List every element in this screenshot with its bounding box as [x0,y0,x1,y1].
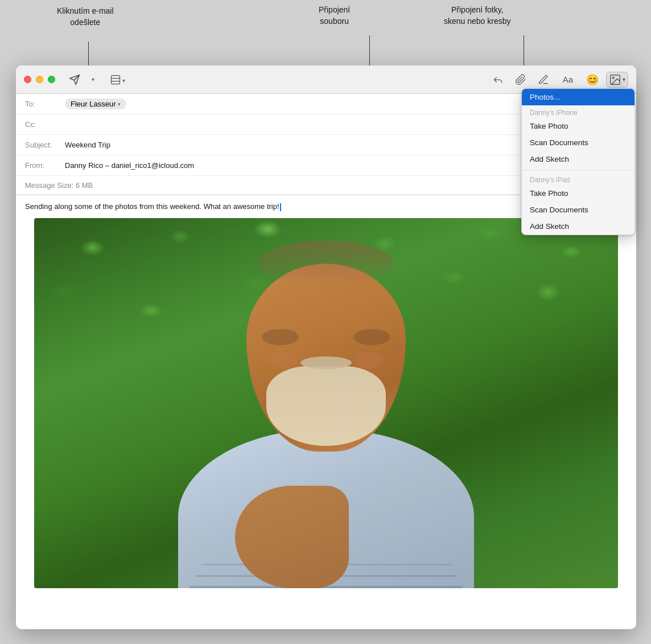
photo-attachment [34,218,618,588]
hair-shadow [258,241,394,286]
send-dropdown-button[interactable]: ▾ [88,72,98,88]
reply-button[interactable] [489,72,507,88]
from-value: Danny Rico – daniel_rico1@icloud.com [65,161,194,170]
recipient-chevron-icon: ▾ [118,101,121,107]
format-button[interactable]: ▾ [104,72,131,88]
menu-section-ipad: Danny's iPad [522,173,634,185]
menu-item-scan-docs-ipad[interactable]: Scan Documents [522,202,634,218]
to-label: To: [25,100,65,108]
dropdown-menu: Photos... Danny's iPhone Take Photo Scan… [521,88,635,235]
beard [266,366,386,446]
annotation-line-file [369,35,370,66]
traffic-lights [24,76,55,83]
compose-body[interactable]: Sending along some of the photos from th… [16,195,636,595]
left-cheek [269,352,298,369]
subject-label: Subject: [25,141,65,149]
insert-photo-button[interactable]: ▾ [606,72,628,88]
maximize-button[interactable] [48,76,55,83]
annotation-file: Připojení souboru [319,5,350,27]
menu-item-photos[interactable]: Photos... [522,89,634,105]
markup-button[interactable] [534,72,553,88]
left-eye-shadow [262,329,299,345]
menu-item-take-photo-ipad[interactable]: Take Photo [522,185,634,202]
annotation-line-send [88,42,89,65]
menu-item-add-sketch-iphone[interactable]: Add Sketch [522,151,634,167]
cc-label: Cc: [25,120,65,129]
left-arm [235,486,349,588]
svg-rect-0 [111,75,120,84]
message-size-label: Message Size: 6 MB [25,181,93,190]
subject-value: Weekend Trip [65,141,110,149]
from-label: From: [25,161,65,170]
minimize-button[interactable] [36,76,43,83]
markup-icon [538,74,549,85]
font-button[interactable]: Aa [557,72,579,88]
show-fields-icon [110,74,121,85]
send-icon [69,74,80,85]
menu-section-iphone: Danny's iPhone [522,105,634,118]
right-cheek [355,352,383,369]
emoji-button[interactable]: 😊 [583,72,601,88]
svg-point-4 [612,77,614,79]
text-cursor [280,203,281,211]
right-eye-shadow [353,329,390,345]
head-area [238,241,414,452]
reply-icon [492,74,504,85]
attach-file-button[interactable] [512,72,530,88]
annotation-photo: Připojení fotky, skenu nebo kresby [444,5,511,27]
recipient-chip[interactable]: Fleur Lasseur ▾ [65,99,126,109]
menu-item-scan-docs-iphone[interactable]: Scan Documents [522,134,634,151]
paperclip-icon [515,74,526,85]
mustache [300,356,352,369]
close-button[interactable] [24,76,31,83]
menu-divider [522,170,634,170]
menu-item-add-sketch-ipad[interactable]: Add Sketch [522,218,634,235]
photo-background [34,218,618,588]
photos-icon [609,73,621,86]
send-button[interactable] [65,72,84,88]
toolbar-right: Aa 😊 ▾ [489,72,628,88]
annotation-line-photo [524,35,524,66]
menu-item-take-photo-iphone[interactable]: Take Photo [522,118,634,134]
toolbar-left: ▾ ▾ [65,72,131,88]
annotation-send: Kliknutím e-mail odešlete [57,6,114,28]
